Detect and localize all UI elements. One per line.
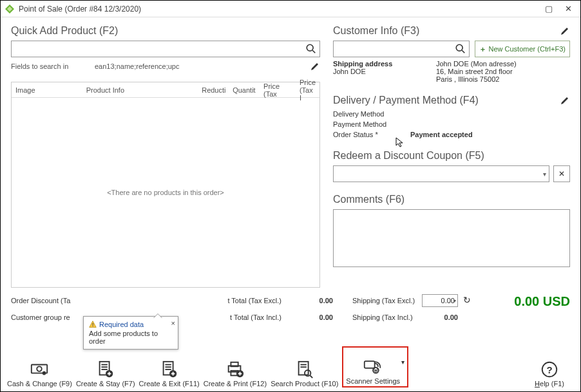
quick-add-title: Quick Add Product (F2) <box>11 25 320 37</box>
svg-line-5 <box>462 50 464 53</box>
svg-point-10 <box>43 371 46 375</box>
search-product-button[interactable]: Search Product (F10) <box>271 351 338 387</box>
shipping-excl-label: Shipping (Tax Excl.) <box>352 297 417 304</box>
scanner-settings-button[interactable]: Scanner Settings <box>346 349 400 385</box>
app-logo-icon <box>5 4 15 14</box>
edit-delivery-icon[interactable] <box>560 95 570 106</box>
edit-customer-icon[interactable] <box>560 26 570 36</box>
order-discount-label: Order Discount (Ta <box>11 297 101 304</box>
svg-point-4 <box>456 44 462 51</box>
payment-method-label: Payment Method <box>333 120 410 128</box>
payment-method-value <box>410 120 570 128</box>
total-incl-label: t Total (Tax Incl.) <box>211 313 281 321</box>
tooltip-close-button[interactable]: × <box>171 319 175 327</box>
svg-rect-36 <box>365 361 375 368</box>
customer-info-title: Customer Info (F3) <box>333 25 570 37</box>
customer-title-label: Customer Info (F3) <box>333 25 419 37</box>
shipping-name: John DOE (Mon adresse) <box>436 60 570 68</box>
printer-plus-icon <box>225 359 245 380</box>
shipping-excl-value: 0.00 <box>441 297 455 304</box>
create-exit-button[interactable]: Create & Exit (F11) <box>139 351 200 387</box>
warning-icon: ! <box>89 321 97 328</box>
tooltip-title: Required data <box>99 321 144 328</box>
col-qty: Quantit <box>229 86 260 94</box>
close-icon: ✕ <box>558 169 565 178</box>
create-print-button[interactable]: Create & Print (F12) <box>204 351 267 387</box>
print-label: Create & Print (F12) <box>204 380 267 387</box>
cash-change-button[interactable]: Cash & Change (F9) <box>7 351 72 387</box>
document-plus-icon <box>159 359 180 380</box>
plus-icon: ＋ <box>479 44 486 54</box>
delivery-method-label: Delivery Method <box>333 110 410 118</box>
products-table-header: Image Product Info Reducti Quantit Price… <box>12 82 319 98</box>
new-customer-label: New Customer (Ctrl+F3) <box>489 45 566 53</box>
coupon-combobox[interactable]: ▾ <box>333 165 549 182</box>
help-icon: ? <box>539 359 560 380</box>
grand-total: 0.00 USD <box>514 294 570 309</box>
products-table: Image Product Info Reducti Quantit Price… <box>11 82 320 288</box>
quick-add-label: Quick Add Product (F2) <box>11 25 118 37</box>
fields-value: ean13;name;reference;upc <box>95 62 310 70</box>
scanner-icon <box>363 357 383 377</box>
window-maximize-icon[interactable]: ▢ <box>539 4 558 14</box>
create-stay-button[interactable]: Create & Stay (F7) <box>76 351 135 387</box>
document-plus-icon <box>95 359 116 380</box>
coupon-title: Redeem a Discount Coupon (F5) <box>333 150 570 162</box>
delivery-title-label: Delivery / Payment Method (F4) <box>333 95 479 106</box>
order-status-value: Payment accepted <box>410 131 570 138</box>
search-product-label: Search Product (F10) <box>271 380 338 387</box>
reload-icon[interactable]: ↻ <box>463 295 475 306</box>
fields-label: Fields to search in <box>11 62 95 70</box>
help-button[interactable]: ? Help (F1) <box>525 351 574 387</box>
delivery-title: Delivery / Payment Method (F4) <box>333 95 570 106</box>
quick-add-input[interactable] <box>14 42 305 56</box>
coupon-title-label: Redeem a Discount Coupon (F5) <box>333 150 484 162</box>
shipping-name-left: John DOE <box>333 68 436 75</box>
total-excl-value: 0.00 <box>301 297 333 304</box>
fields-to-search-row: Fields to search in ean13;name;reference… <box>11 60 320 73</box>
order-status-label: Order Status * <box>333 131 410 138</box>
products-table-body: <There are no products in this order> <box>12 98 319 287</box>
col-info: Product Info <box>82 86 198 94</box>
comments-title: Comments (F6) <box>333 194 570 205</box>
empty-products-msg: <There are no products in this order> <box>107 189 224 196</box>
validation-tooltip: × ! Required data Add some products to o… <box>83 316 178 350</box>
col-price-excl: Price (Tax <box>260 82 296 98</box>
quick-add-search[interactable] <box>11 41 320 57</box>
customer-search-input[interactable] <box>336 42 455 56</box>
svg-text:!: ! <box>92 322 93 327</box>
comments-title-label: Comments (F6) <box>333 194 405 205</box>
tooltip-body: Add some products to order <box>89 330 165 345</box>
chevron-down-icon: ▾ <box>543 171 546 178</box>
search-icon[interactable] <box>305 43 317 55</box>
shipping-excl-stepper[interactable]: 0.00 <box>422 294 458 307</box>
shipping-line1: 16, Main street 2nd floor <box>436 68 570 75</box>
search-icon[interactable] <box>455 43 466 55</box>
col-reduction: Reducti <box>198 86 229 94</box>
total-excl-label: t Total (Tax Excl.) <box>211 297 281 304</box>
svg-rect-31 <box>298 362 308 375</box>
new-customer-button[interactable]: ＋ New Customer (Ctrl+F3) <box>475 41 571 57</box>
window-close-icon[interactable]: ✕ <box>558 4 578 14</box>
svg-point-2 <box>307 44 313 51</box>
cash-icon <box>29 359 50 380</box>
scanner-settings-highlight: Scanner Settings ▾ <box>342 346 408 387</box>
exit-label: Create & Exit (F11) <box>139 380 200 387</box>
document-search-icon <box>294 359 315 380</box>
stay-label: Create & Stay (F7) <box>76 380 135 387</box>
svg-point-9 <box>37 366 43 371</box>
window-title: Point of Sale (Order #84 12/3/2020) <box>19 5 539 14</box>
shipping-line2: Paris , Illinois 75002 <box>436 75 570 83</box>
coupon-clear-button[interactable]: ✕ <box>553 165 570 182</box>
svg-text:?: ? <box>546 364 552 375</box>
comments-textarea[interactable] <box>333 209 570 267</box>
total-incl-value: 0.00 <box>301 313 333 321</box>
scanner-label: Scanner Settings <box>346 377 400 385</box>
cash-label: Cash & Change (F9) <box>7 380 72 387</box>
edit-fields-icon[interactable] <box>310 61 320 71</box>
scanner-dropdown-arrow[interactable]: ▾ <box>401 359 405 366</box>
titlebar: Point of Sale (Order #84 12/3/2020) ▢ ✕ <box>1 1 580 17</box>
delivery-method-value <box>410 110 570 118</box>
customer-search[interactable] <box>333 41 470 57</box>
shipping-incl-value: 0.00 <box>422 313 458 321</box>
